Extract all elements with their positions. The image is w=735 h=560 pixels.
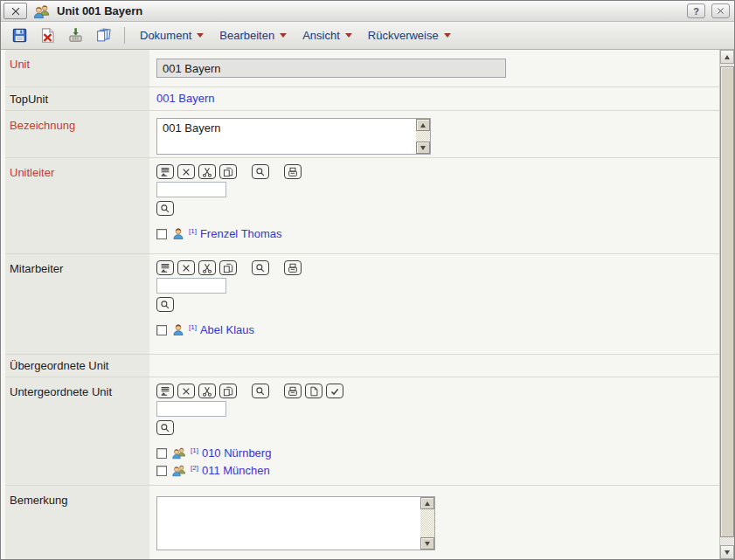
menu-dokument[interactable]: Dokument	[135, 29, 209, 42]
cut-button[interactable]	[198, 164, 216, 179]
entry-link[interactable]: Frenzel Thomas	[200, 227, 282, 240]
paste-button[interactable]	[284, 384, 302, 398]
scrollbar-track[interactable]	[720, 64, 734, 545]
menu-bearbeiten[interactable]: Bearbeiten	[214, 29, 292, 42]
floppy-disk-icon	[11, 27, 28, 44]
paste-button[interactable]	[284, 164, 302, 179]
menu-rueckverweise[interactable]: Rückverweise	[363, 29, 456, 42]
insert-icon	[159, 166, 171, 178]
mitarbeiter-property-toolbar	[156, 260, 712, 275]
archive-button[interactable]	[64, 25, 87, 46]
search-icon	[159, 422, 171, 434]
list-item: [1] Abel Klaus	[156, 323, 712, 336]
cancel-button[interactable]	[36, 25, 59, 46]
bemerkung-textarea[interactable]	[156, 496, 435, 550]
list-item: [1] Frenzel Thomas	[156, 227, 712, 240]
close-window-button[interactable]	[711, 3, 730, 18]
remove-button[interactable]	[177, 384, 195, 398]
save-button[interactable]	[8, 25, 31, 46]
cut-button[interactable]	[198, 260, 216, 275]
page-scrollbar[interactable]	[719, 50, 734, 559]
cut-button[interactable]	[198, 384, 216, 398]
entry-link[interactable]: 010 Nürnberg	[202, 446, 272, 460]
entry-checkbox[interactable]	[156, 466, 167, 476]
menu-ansicht[interactable]: Ansicht	[297, 29, 357, 42]
toolbar: Dokument Bearbeiten Ansicht Rückverweise	[1, 22, 734, 50]
scrollbar-thumb[interactable]	[720, 66, 734, 537]
bezeichnung-textarea[interactable]: 001 Bayern	[156, 118, 431, 155]
insert-button[interactable]	[156, 260, 174, 275]
search-icon	[254, 262, 267, 274]
remove-button[interactable]	[177, 164, 195, 179]
cut-icon	[201, 166, 213, 178]
document-red-x-icon	[39, 27, 56, 44]
form-row-unitleiter: Unitleiter	[5, 158, 719, 254]
field-label-bezeichnung: Bezeichnung	[5, 111, 149, 157]
unitleiter-search-button[interactable]	[156, 201, 174, 216]
scroll-up-button[interactable]	[720, 50, 734, 64]
apply-button[interactable]	[326, 384, 343, 398]
unit-group-icon	[33, 3, 51, 19]
remove-button[interactable]	[177, 260, 195, 275]
untergeordnete-input[interactable]	[156, 401, 226, 417]
entry-index: [1]	[189, 227, 197, 236]
entry-index: [1]	[189, 323, 197, 332]
scroll-down-button[interactable]	[720, 545, 734, 559]
close-form-button[interactable]	[3, 3, 27, 19]
field-label-mitarbeiter: Mitarbeiter	[5, 254, 149, 354]
copy-button[interactable]	[92, 25, 114, 46]
scroll-down-icon	[725, 550, 730, 555]
unitleiter-property-toolbar	[156, 164, 712, 179]
scroll-up-button[interactable]	[420, 497, 434, 509]
scroll-up-icon	[725, 55, 730, 59]
entry-link[interactable]: Abel Klaus	[200, 323, 254, 336]
chevron-down-icon	[444, 33, 451, 38]
mitarbeiter-search-button[interactable]	[156, 297, 174, 312]
insert-button[interactable]	[156, 164, 174, 179]
remove-icon	[180, 385, 192, 398]
search-button[interactable]	[252, 384, 269, 398]
form-row-topunit: TopUnit 001 Bayern	[5, 87, 719, 111]
copy-button[interactable]	[219, 260, 237, 275]
entry-checkbox[interactable]	[156, 325, 167, 335]
new-object-button[interactable]	[305, 384, 322, 398]
group-icon	[171, 464, 187, 477]
help-button[interactable]: ?	[687, 3, 705, 18]
search-button[interactable]	[252, 260, 269, 275]
scroll-up-button[interactable]	[416, 119, 430, 131]
group-icon	[171, 446, 187, 460]
untergeordnete-search-button[interactable]	[156, 420, 174, 435]
search-button[interactable]	[252, 164, 269, 179]
entry-checkbox[interactable]	[156, 229, 167, 239]
person-icon	[171, 323, 185, 336]
textarea-scrollbar[interactable]	[420, 497, 434, 550]
copy-button[interactable]	[219, 164, 237, 179]
entry-checkbox[interactable]	[156, 448, 167, 459]
help-icon: ?	[693, 6, 699, 17]
remove-icon	[180, 166, 192, 178]
insert-icon	[159, 385, 171, 398]
entry-link[interactable]: 011 München	[202, 464, 270, 477]
cut-icon	[201, 385, 213, 398]
application-window: Unit 001 Bayern ? Dokument Bearbeiten	[0, 0, 735, 560]
insert-icon	[159, 262, 171, 274]
field-label-untergeordnete-unit: Untergeordnete Unit	[5, 377, 149, 485]
search-icon	[254, 385, 267, 398]
untergeordnete-property-toolbar	[156, 384, 712, 398]
insert-button[interactable]	[156, 384, 174, 398]
search-icon	[159, 299, 171, 311]
page-title: Unit 001 Bayern	[57, 4, 142, 17]
paste-button[interactable]	[284, 260, 302, 275]
scroll-down-button[interactable]	[420, 537, 434, 550]
scroll-down-icon	[420, 146, 426, 150]
basket-green-arrow-icon	[67, 27, 84, 44]
mitarbeiter-input[interactable]	[156, 278, 226, 294]
field-label-unit: Unit	[5, 50, 149, 86]
topunit-link[interactable]: 001 Bayern	[156, 92, 215, 105]
copy-button[interactable]	[219, 384, 237, 398]
title-bar: Unit 001 Bayern ?	[1, 1, 734, 22]
scroll-down-button[interactable]	[416, 142, 430, 154]
unitleiter-input[interactable]	[156, 182, 226, 197]
field-label-bemerkung: Bemerkung	[5, 486, 149, 559]
textarea-scrollbar[interactable]	[416, 119, 430, 154]
